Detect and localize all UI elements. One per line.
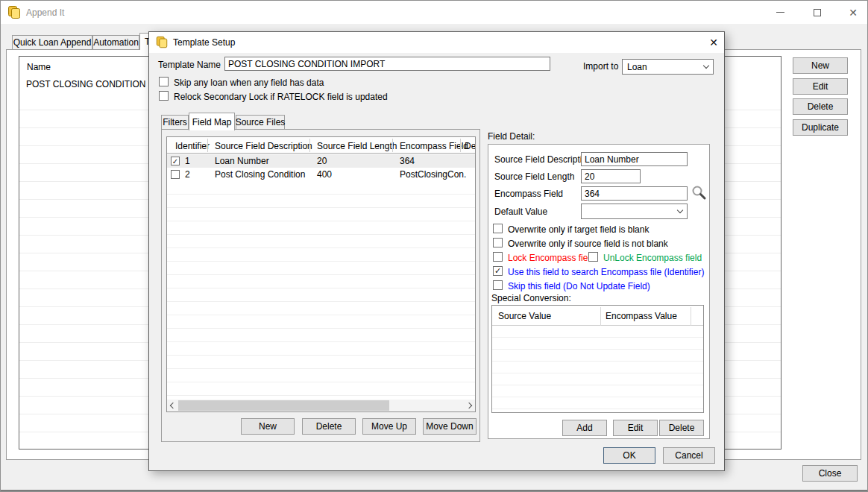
button-label: Move Down bbox=[426, 421, 473, 432]
tab-quick-loan-append[interactable]: Quick Loan Append bbox=[12, 35, 92, 50]
minimize-button[interactable] bbox=[769, 1, 791, 24]
move-down-button[interactable]: Move Down bbox=[423, 418, 477, 435]
skip-loan-label: Skip any loan when any field has data bbox=[174, 78, 324, 88]
scrollbar-thumb[interactable] bbox=[178, 400, 389, 411]
delete-button[interactable]: Delete bbox=[793, 98, 848, 115]
template-name-value: POST CLOSING CONDITION IMPORT bbox=[228, 59, 385, 69]
grid-col-encompass: Encompass Field bbox=[400, 141, 468, 151]
lock-encompass-checkbox[interactable] bbox=[493, 252, 503, 262]
fd-default-value-select[interactable] bbox=[581, 204, 688, 219]
search-icon[interactable] bbox=[691, 185, 707, 201]
overwrite-target-blank-checkbox[interactable] bbox=[493, 224, 503, 233]
app-window: Append It ✕ Quick Loan Append Automation… bbox=[0, 0, 868, 492]
button-label: Delete bbox=[808, 101, 834, 112]
template-setup-dialog: Template Setup ✕ Template Name POST CLOS… bbox=[148, 31, 725, 471]
new-button[interactable]: New bbox=[793, 57, 848, 74]
import-to-value: Loan bbox=[627, 62, 647, 72]
conv-edit-button[interactable]: Edit bbox=[613, 420, 658, 436]
button-label: New bbox=[259, 421, 277, 432]
tab-field-map[interactable]: Field Map bbox=[189, 113, 235, 130]
row-checkbox[interactable] bbox=[171, 170, 180, 179]
cell-length: 400 bbox=[317, 169, 332, 180]
dialog-icon bbox=[155, 36, 169, 49]
dialog-close-button[interactable]: ✕ bbox=[704, 32, 723, 53]
scroll-right-button[interactable] bbox=[463, 400, 475, 411]
close-button[interactable]: Close bbox=[802, 465, 858, 482]
ok-button[interactable]: OK bbox=[603, 447, 655, 464]
duplicate-button[interactable]: Duplicate bbox=[793, 119, 848, 136]
button-label: Cancel bbox=[675, 450, 702, 461]
fd-source-length-value: 20 bbox=[585, 171, 594, 182]
button-label: Edit bbox=[813, 81, 828, 92]
template-name-input[interactable]: POST CLOSING CONDITION IMPORT bbox=[224, 57, 550, 71]
fd-source-length-input[interactable]: 20 bbox=[581, 169, 641, 183]
dialog-title: Template Setup bbox=[173, 37, 235, 48]
skip-loan-checkbox[interactable] bbox=[159, 77, 169, 86]
check-icon: ✓ bbox=[494, 267, 501, 275]
tab-source-files[interactable]: Source Files bbox=[236, 115, 285, 130]
arrow-left-icon bbox=[170, 403, 176, 409]
grid-new-button[interactable]: New bbox=[241, 418, 295, 435]
lock-encompass-label: Lock Encompass field bbox=[508, 253, 595, 263]
grid-row-2[interactable]: 2 Post Closing Condition 400 PostClosing… bbox=[167, 168, 475, 181]
button-label: Add bbox=[576, 423, 592, 433]
tab-automation[interactable]: Automation bbox=[92, 35, 139, 50]
cancel-button[interactable]: Cancel bbox=[663, 447, 715, 464]
arrow-right-icon bbox=[466, 403, 472, 409]
tab-label: Source Files bbox=[236, 117, 286, 127]
fd-default-value-label: Default Value bbox=[494, 206, 547, 217]
grid-hscrollbar[interactable] bbox=[167, 400, 475, 411]
conv-empty-rows bbox=[492, 326, 703, 412]
relock-checkbox[interactable] bbox=[159, 91, 169, 101]
tab-filters[interactable]: Filters bbox=[161, 115, 189, 130]
conv-add-button[interactable]: Add bbox=[562, 420, 607, 436]
fd-encompass-field-value: 364 bbox=[585, 189, 600, 199]
grid-delete-button[interactable]: Delete bbox=[302, 418, 356, 435]
chevron-down-icon bbox=[703, 63, 709, 69]
grid-col-source-length: Source Field Length bbox=[317, 141, 397, 151]
grid-col-source-desc: Source Field Description bbox=[215, 141, 312, 151]
button-label: OK bbox=[623, 450, 635, 461]
import-to-label: Import to bbox=[583, 61, 618, 72]
app-icon bbox=[7, 5, 22, 20]
grid-row-1[interactable]: ✓ 1 Loan Number 20 364 bbox=[167, 154, 475, 168]
window-title: Append It bbox=[26, 7, 64, 18]
move-up-button[interactable]: Move Up bbox=[362, 418, 416, 435]
maximize-icon bbox=[814, 9, 821, 16]
scroll-left-button[interactable] bbox=[167, 400, 179, 411]
list-column-header: Name bbox=[27, 62, 51, 72]
fd-encompass-field-label: Encompass Field bbox=[494, 189, 563, 199]
template-name-label: Template Name bbox=[158, 60, 221, 70]
tab-label: Filters bbox=[163, 117, 187, 127]
button-label: Duplicate bbox=[802, 122, 839, 133]
maximize-button[interactable] bbox=[806, 1, 828, 24]
button-label: Delete bbox=[316, 421, 342, 432]
fd-encompass-field-input[interactable]: 364 bbox=[581, 186, 688, 201]
use-field-search-checkbox[interactable]: ✓ bbox=[493, 266, 503, 276]
minimize-icon bbox=[776, 12, 784, 13]
field-map-grid[interactable]: Identifier Source Field Description Sour… bbox=[166, 136, 476, 412]
skip-field-checkbox[interactable] bbox=[493, 280, 503, 290]
import-to-select[interactable]: Loan bbox=[622, 59, 714, 75]
special-conversion-title: Special Conversion: bbox=[491, 293, 571, 303]
grid-empty-rows bbox=[167, 181, 475, 400]
close-icon: ✕ bbox=[849, 7, 858, 19]
conv-delete-button[interactable]: Delete bbox=[659, 420, 704, 436]
conv-col-source-value: Source Value bbox=[498, 311, 551, 321]
close-window-button[interactable]: ✕ bbox=[842, 1, 864, 24]
overwrite-source-notblank-checkbox[interactable] bbox=[493, 238, 503, 247]
tab-label: Quick Loan Append bbox=[13, 37, 92, 48]
field-detail-panel: Source Field Description Loan Number Sou… bbox=[488, 144, 710, 439]
tab-label: Automation bbox=[93, 37, 139, 48]
unlock-encompass-label: UnLock Encompass field bbox=[603, 253, 702, 263]
row-checkbox[interactable]: ✓ bbox=[171, 157, 180, 165]
cell-length: 20 bbox=[317, 156, 327, 166]
check-icon: ✓ bbox=[172, 157, 178, 165]
special-conversion-table[interactable]: Source Value Encompass Value bbox=[491, 305, 704, 413]
cell-description: Loan Number bbox=[215, 156, 269, 166]
button-label: Edit bbox=[628, 423, 644, 433]
unlock-encompass-checkbox[interactable] bbox=[588, 252, 598, 262]
grid-col-default: De bbox=[465, 141, 475, 151]
fd-source-desc-input[interactable]: Loan Number bbox=[581, 152, 688, 166]
edit-button[interactable]: Edit bbox=[793, 78, 848, 95]
